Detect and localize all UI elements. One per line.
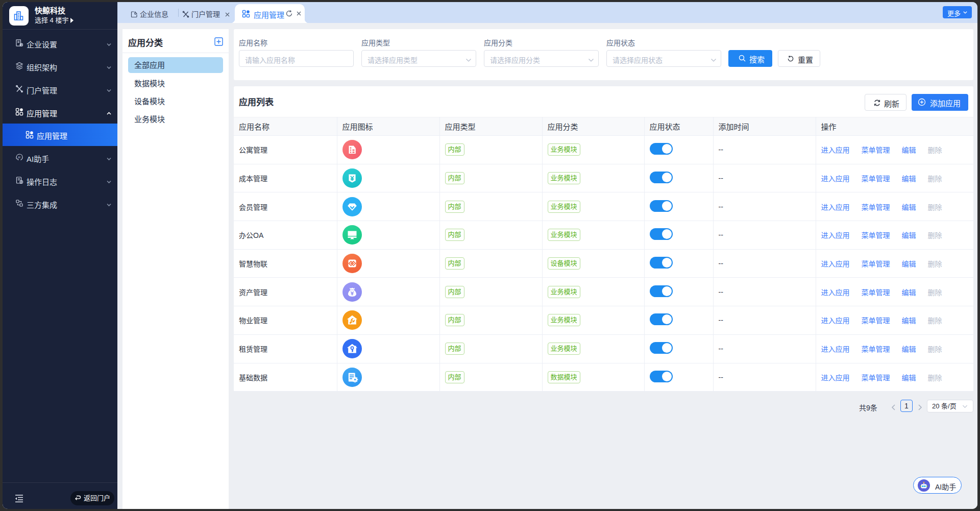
svg-text:AI: AI <box>18 156 20 159</box>
